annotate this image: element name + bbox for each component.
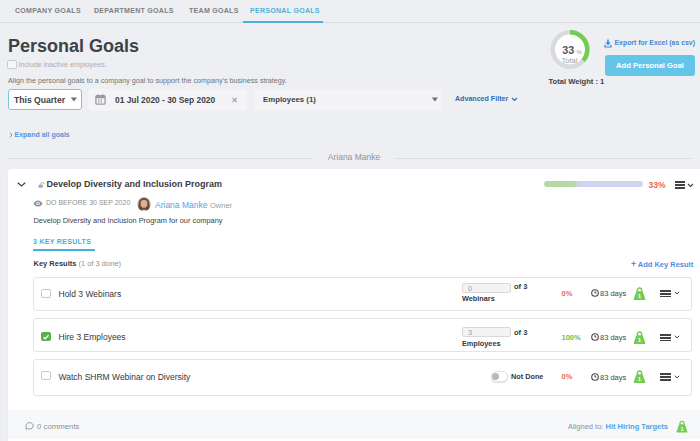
svg-text:%: % (577, 49, 583, 55)
svg-text:1: 1 (680, 426, 683, 432)
svg-text:Total: Total (562, 56, 578, 65)
svg-text:33: 33 (562, 44, 574, 56)
